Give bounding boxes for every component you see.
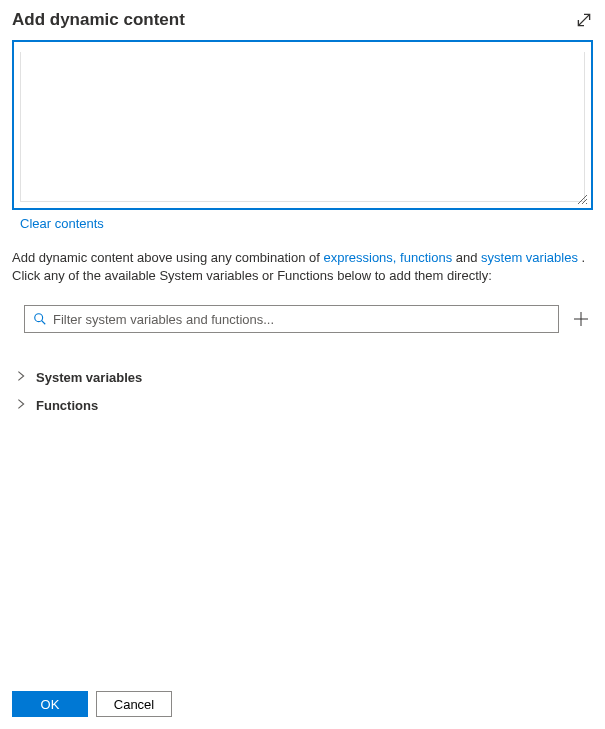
add-icon[interactable] bbox=[569, 307, 593, 331]
panel-header: Add dynamic content bbox=[12, 10, 593, 30]
tree-item-functions[interactable]: Functions bbox=[14, 391, 593, 419]
svg-line-3 bbox=[586, 203, 587, 204]
help-middle: and bbox=[456, 250, 481, 265]
svg-point-4 bbox=[35, 314, 43, 322]
svg-line-5 bbox=[42, 321, 46, 325]
functions-link[interactable]: functions bbox=[400, 250, 452, 265]
chevron-right-icon bbox=[14, 369, 30, 385]
search-row bbox=[12, 305, 593, 333]
editor-inner bbox=[20, 52, 585, 202]
svg-line-0 bbox=[578, 14, 589, 25]
help-prefix: Add dynamic content above using any comb… bbox=[12, 250, 323, 265]
footer: OK Cancel bbox=[12, 691, 172, 717]
search-icon bbox=[33, 312, 47, 326]
cancel-button[interactable]: Cancel bbox=[96, 691, 172, 717]
expand-icon[interactable] bbox=[575, 11, 593, 29]
dynamic-content-panel: Add dynamic content Clear contents Add d… bbox=[0, 0, 605, 729]
clear-contents-link[interactable]: Clear contents bbox=[20, 216, 593, 231]
tree-label: System variables bbox=[36, 370, 142, 385]
help-text: Add dynamic content above using any comb… bbox=[12, 249, 593, 285]
search-input[interactable] bbox=[53, 312, 550, 327]
tree-item-system-variables[interactable]: System variables bbox=[14, 363, 593, 391]
resize-handle-icon[interactable] bbox=[576, 193, 588, 205]
tree-label: Functions bbox=[36, 398, 98, 413]
svg-line-1 bbox=[578, 195, 587, 204]
search-box[interactable] bbox=[24, 305, 559, 333]
dynamic-content-editor[interactable] bbox=[12, 40, 593, 210]
expressions-link[interactable]: expressions, bbox=[323, 250, 396, 265]
system-variables-link[interactable]: system variables bbox=[481, 250, 578, 265]
tree-list: System variables Functions bbox=[12, 363, 593, 419]
panel-title: Add dynamic content bbox=[12, 10, 185, 30]
ok-button[interactable]: OK bbox=[12, 691, 88, 717]
chevron-right-icon bbox=[14, 397, 30, 413]
